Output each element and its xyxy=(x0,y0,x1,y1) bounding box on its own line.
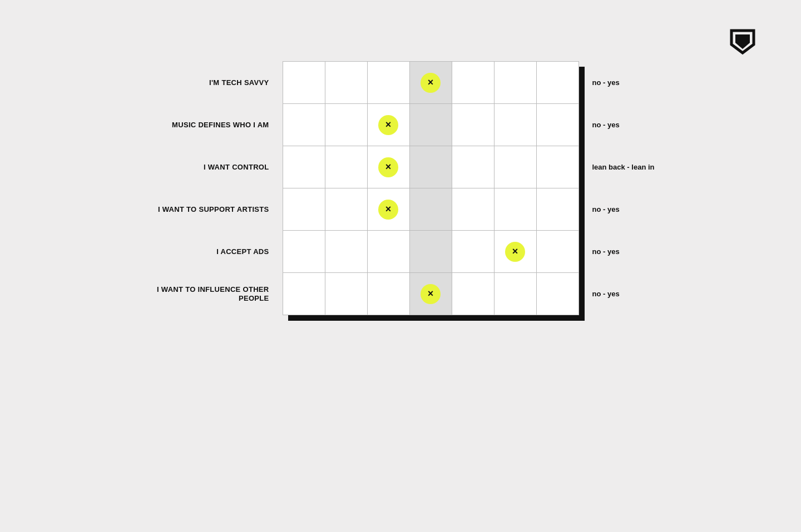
table-row: × xyxy=(283,231,578,273)
grid-cell xyxy=(325,146,367,188)
grid-cell: × xyxy=(367,188,409,231)
marker: × xyxy=(378,200,398,220)
page: I'M TECH SAVVYMUSIC DEFINES WHO I AMI WA… xyxy=(0,0,801,532)
grid-cell xyxy=(325,62,367,104)
grid-cell xyxy=(536,146,578,188)
marker: × xyxy=(421,284,441,304)
row-label: MUSIC DEFINES WHO I AM xyxy=(172,104,269,146)
grid-cell xyxy=(409,146,452,188)
grid-cell xyxy=(283,231,325,273)
marker: × xyxy=(378,115,398,135)
grid-cell xyxy=(536,273,578,315)
right-label: lean back - lean in xyxy=(592,146,655,188)
grid-cell xyxy=(452,273,494,315)
grid-cell xyxy=(452,104,494,146)
grid-cell xyxy=(367,62,409,104)
grid-wrapper: ×××××× xyxy=(283,61,579,315)
row-label: I WANT TO SUPPORT ARTISTS xyxy=(158,188,269,231)
row-label: I ACCEPT ADS xyxy=(216,231,269,273)
grid-cell xyxy=(325,273,367,315)
table-row: × xyxy=(283,104,578,146)
grid-cell xyxy=(367,231,409,273)
grid-cell xyxy=(452,188,494,231)
right-label: no - yes xyxy=(592,273,655,315)
grid-cell xyxy=(536,104,578,146)
grid-cell xyxy=(536,62,578,104)
grid-cell xyxy=(283,273,325,315)
grid-cell xyxy=(283,188,325,231)
grid-cell: × xyxy=(367,104,409,146)
grid-cell xyxy=(409,188,452,231)
grid-cell xyxy=(409,104,452,146)
grid-cell: × xyxy=(409,62,452,104)
grid-cell xyxy=(367,273,409,315)
grid-cell xyxy=(452,231,494,273)
grid-cell xyxy=(494,273,536,315)
chart-area: I'M TECH SAVVYMUSIC DEFINES WHO I AMI WA… xyxy=(44,61,756,315)
svg-marker-1 xyxy=(735,34,750,49)
grid-cell xyxy=(283,104,325,146)
grid-table: ×××××× xyxy=(283,61,579,315)
grid-cell xyxy=(452,62,494,104)
right-labels: no - yesno - yeslean back - lean inno - … xyxy=(592,62,655,315)
grid-cell: × xyxy=(494,231,536,273)
table-row: × xyxy=(283,146,578,188)
grid-cell xyxy=(536,231,578,273)
grid-cell xyxy=(494,146,536,188)
row-label: I WANT CONTROL xyxy=(204,146,269,188)
marker: × xyxy=(505,242,525,262)
grid-cell xyxy=(452,146,494,188)
right-label: no - yes xyxy=(592,62,655,104)
logo-icon xyxy=(729,28,756,56)
grid-cell xyxy=(494,188,536,231)
table-row: × xyxy=(283,273,578,315)
grid-cell xyxy=(325,188,367,231)
grid-cell xyxy=(283,62,325,104)
grid-cell xyxy=(325,104,367,146)
grid-cell xyxy=(494,62,536,104)
right-label: no - yes xyxy=(592,231,655,273)
grid-cell: × xyxy=(367,146,409,188)
table-row: × xyxy=(283,188,578,231)
marker: × xyxy=(421,73,441,93)
grid-cell xyxy=(409,231,452,273)
row-label: I'M TECH SAVVY xyxy=(209,62,269,104)
row-label: I WANT TO INFLUENCE OTHER PEOPLE xyxy=(147,273,269,315)
grid-cell: × xyxy=(409,273,452,315)
grid-cell xyxy=(536,188,578,231)
right-label: no - yes xyxy=(592,188,655,231)
grid-cell xyxy=(325,231,367,273)
grid-cell xyxy=(494,104,536,146)
marker: × xyxy=(378,157,398,177)
right-label: no - yes xyxy=(592,104,655,146)
grid-cell xyxy=(283,146,325,188)
table-row: × xyxy=(283,62,578,104)
row-labels: I'M TECH SAVVYMUSIC DEFINES WHO I AMI WA… xyxy=(147,62,269,315)
